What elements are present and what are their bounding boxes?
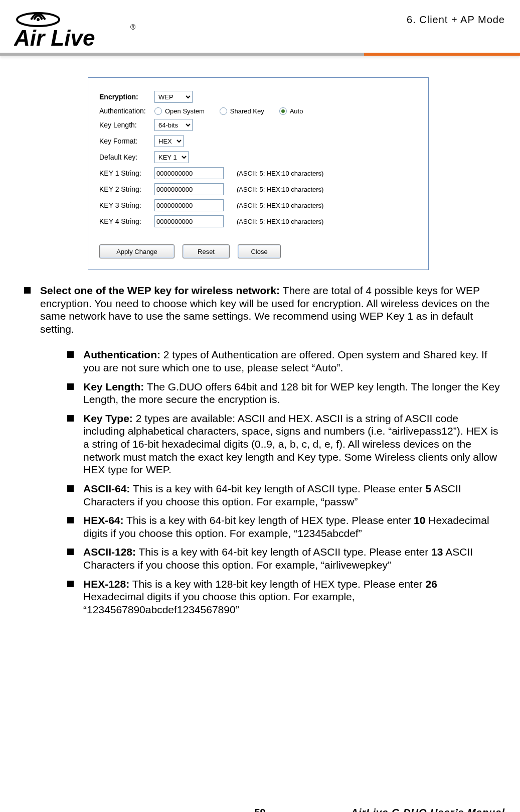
row-key2: KEY 2 String: (ASCII: 5; HEX:10 characte… [99,183,417,195]
bullet-title: ASCII-64: [83,483,130,494]
bullet-text-pre: This is a key with 64-bit key length of … [130,483,425,494]
radio-icon [279,107,287,115]
bullet-text-pre: This is a key with 64-bit key length of … [124,514,414,526]
row-key1: KEY 1 String: (ASCII: 5; HEX:10 characte… [99,167,417,179]
bullet-title: Key Length: [83,381,144,392]
page: Air Live ® 6. Client + AP Mode Encryptio… [0,0,520,812]
default-key-label: Default Key: [99,153,154,161]
bullet-title: HEX-128: [83,578,129,590]
key-length-select[interactable]: 64-bits [154,119,193,131]
radio-open-system[interactable]: Open System [154,107,205,115]
row-key4: KEY 4 String: (ASCII: 5; HEX:10 characte… [99,215,417,227]
bullet-text: 2 types are available: ASCII and HEX. AS… [83,413,498,475]
key2-label: KEY 2 String: [99,185,154,193]
button-row: Apply Change Reset Close [99,244,417,258]
manual-title: AirLive G.DUO User’s Manual [351,807,505,812]
row-default-key: Default Key: KEY 1 [99,151,417,163]
list-item: Key Type: 2 types are available: ASCII a… [62,412,500,476]
list-item: Select one of the WEP key for wireless n… [20,284,500,616]
key3-label: KEY 3 String: [99,201,154,209]
reset-button[interactable]: Reset [183,244,230,258]
outer-list: Select one of the WEP key for wireless n… [20,284,500,616]
bullet-title: ASCII-128: [83,546,136,558]
close-button[interactable]: Close [238,244,281,258]
page-number: 59 [254,807,265,812]
svg-text:Air Live: Air Live [14,26,95,50]
wep-settings-panel: Encryption: WEP Authentication: Open Sys… [88,77,429,270]
list-item: HEX-128: This is a key with 128-bit key … [62,578,500,616]
bullet-text-pre: This is a key with 64-bit key length of … [136,546,431,558]
key4-input[interactable] [154,215,224,227]
bullet-text: The G.DUO offers 64bit and 128 bit for W… [83,381,500,405]
key1-label: KEY 1 String: [99,169,154,177]
encryption-label: Encryption: [99,93,154,101]
bullet-number: 10 [414,514,425,526]
radio-icon [220,107,227,115]
key3-input[interactable] [154,199,224,211]
svg-text:®: ® [130,23,136,31]
apply-button[interactable]: Apply Change [99,244,175,258]
radio-label: Auto [290,107,303,115]
radio-label: Shared Key [230,107,264,115]
chapter-label: 6. Client + AP Mode [407,14,505,26]
radio-shared-key[interactable]: Shared Key [220,107,264,115]
inner-list: Authentication: 2 types of Authenticatio… [62,348,500,616]
authentication-label: Authentication: [99,107,154,115]
bullet-number: 13 [431,546,443,558]
encryption-select[interactable]: WEP [154,91,193,103]
radio-auto[interactable]: Auto [279,107,303,115]
row-authentication: Authentication: Open System Shared Key A… [99,107,417,115]
page-header: Air Live ® 6. Client + AP Mode [0,0,520,62]
key-format-select[interactable]: HEX [154,135,184,147]
key2-hint: (ASCII: 5; HEX:10 characters) [237,186,323,193]
key2-input[interactable] [154,183,224,195]
row-key-length: Key Length: 64-bits [99,119,417,131]
bullet-text-post: Hexadecimal digits if you choose this op… [83,591,355,615]
bullet-title: HEX-64: [83,514,124,526]
content-body: Select one of the WEP key for wireless n… [20,284,500,616]
list-item: ASCII-64: This is a key with 64-bit key … [62,482,500,508]
bullet-text-pre: This is a key with 128-bit key length of… [129,578,425,590]
key1-hint: (ASCII: 5; HEX:10 characters) [237,170,323,177]
bullet-title: Select one of the WEP key for wireless n… [40,285,280,296]
key-format-label: Key Format: [99,137,154,145]
header-divider [0,53,520,56]
radio-label: Open System [165,107,205,115]
bullet-number: 5 [425,483,431,494]
row-key3: KEY 3 String: (ASCII: 5; HEX:10 characte… [99,199,417,211]
list-item: ASCII-128: This is a key with 64-bit key… [62,546,500,571]
key3-hint: (ASCII: 5; HEX:10 characters) [237,202,323,209]
list-item: Authentication: 2 types of Authenticatio… [62,348,500,374]
bullet-title: Authentication: [83,349,160,360]
list-item: HEX-64: This is a key with 64-bit key le… [62,514,500,539]
key4-hint: (ASCII: 5; HEX:10 characters) [237,218,323,225]
radio-icon [154,107,162,115]
default-key-select[interactable]: KEY 1 [154,151,189,163]
row-key-format: Key Format: HEX [99,135,417,147]
list-item: Key Length: The G.DUO offers 64bit and 1… [62,380,500,406]
authentication-radio-group: Open System Shared Key Auto [154,107,303,115]
key1-input[interactable] [154,167,224,179]
key-length-label: Key Length: [99,121,154,129]
row-encryption: Encryption: WEP [99,91,417,103]
bullet-title: Key Type: [83,413,133,424]
airlive-logo: Air Live ® [14,8,144,51]
bullet-number: 26 [425,578,437,590]
key4-label: KEY 4 String: [99,217,154,225]
svg-point-1 [37,18,40,21]
